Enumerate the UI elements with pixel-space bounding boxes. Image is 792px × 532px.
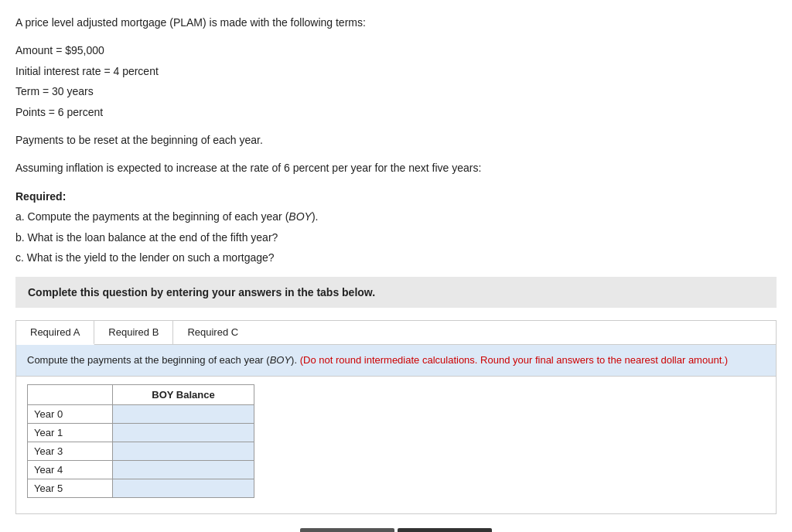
nav-buttons: ‹ Required A Required B › [15,528,777,532]
required-a-text: a. Compute the payments at the beginning… [15,208,777,225]
tab-required-c[interactable]: Required C [173,321,252,344]
year-0-input[interactable] [116,408,251,421]
year-0-label: Year 0 [28,404,113,423]
year-4-label: Year 4 [28,460,113,479]
year-1-input[interactable] [116,426,251,439]
instruction-text: Compute the payments at the beginning of… [27,354,728,366]
tab-required-b[interactable]: Required B [94,321,173,344]
tabs-container: Required A Required B Required C Compute… [15,320,777,514]
intro-amount: Amount = $95,000 [15,42,777,59]
table-row: Year 1 [28,423,254,442]
table-header-boy-balance: BOY Balance [113,384,254,404]
year-3-label: Year 3 [28,442,113,460]
year-1-label: Year 1 [28,423,113,442]
table-row: Year 0 [28,404,254,423]
boy-table: BOY Balance Year 0 Year 1 [27,384,254,498]
instruction-bar: Compute the payments at the beginning of… [16,345,776,377]
year-0-input-cell [113,404,254,423]
prev-button[interactable]: ‹ Required A [300,528,394,532]
tab-content-required-a: Compute the payments at the beginning of… [16,345,776,513]
intro-points: Points = 6 percent [15,104,777,121]
table-wrapper: BOY Balance Year 0 Year 1 [16,377,776,513]
year-3-input[interactable] [116,445,251,458]
table-row: Year 3 [28,442,254,460]
table-header-year [28,384,113,404]
year-4-input[interactable] [116,463,251,476]
required-heading: Required: [15,188,777,205]
instruction-box: Complete this question by entering your … [15,277,777,308]
instruction-box-text: Complete this question by entering your … [28,286,375,298]
year-1-input-cell [113,423,254,442]
intro-inflation: Assuming inflation is expected to increa… [15,159,777,176]
intro-payments: Payments to be reset at the beginning of… [15,131,777,148]
intro-term: Term = 30 years [15,83,777,100]
intro-line1: A price level adjusted mortgage (PLAM) i… [15,14,777,31]
year-5-input-cell [113,479,254,497]
year-4-input-cell [113,460,254,479]
year-5-label: Year 5 [28,479,113,497]
required-c-text: c. What is the yield to the lender on su… [15,249,777,266]
tabs-header: Required A Required B Required C [16,321,776,345]
year-3-input-cell [113,442,254,460]
required-b-text: b. What is the loan balance at the end o… [15,229,777,246]
intro-rate: Initial interest rate = 4 percent [15,63,777,80]
instruction-red-text: (Do not round intermediate calculations.… [300,354,729,366]
year-5-input[interactable] [116,482,251,495]
tab-required-a[interactable]: Required A [16,321,94,345]
table-row: Year 5 [28,479,254,497]
table-row: Year 4 [28,460,254,479]
next-button[interactable]: Required B › [398,528,492,532]
